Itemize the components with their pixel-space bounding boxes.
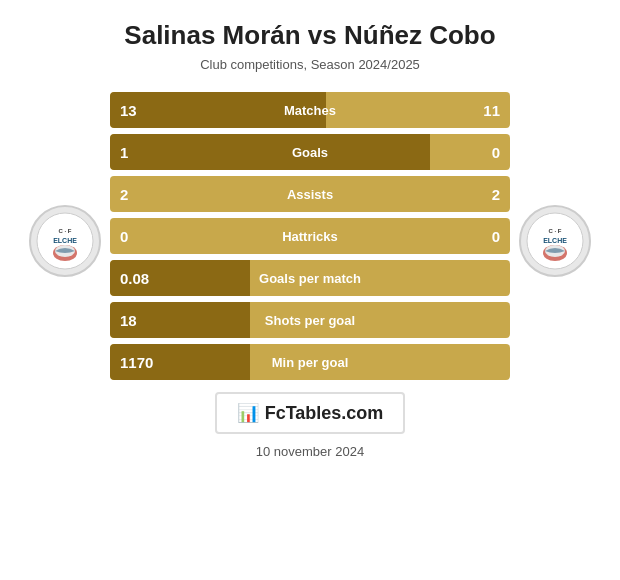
assists-label: Assists: [160, 187, 460, 202]
hattricks-right: 0: [460, 228, 510, 245]
svg-text:ELCHE: ELCHE: [53, 237, 77, 244]
date-text: 10 november 2024: [256, 444, 364, 459]
stat-row-goals-per-match: 0.08 Goals per match: [110, 260, 510, 296]
assists-left: 2: [110, 186, 160, 203]
stat-row-matches: 13 Matches 11: [110, 92, 510, 128]
goals-label: Goals: [160, 145, 460, 160]
stat-row-assists: 2 Assists 2: [110, 176, 510, 212]
stat-row-goals: 1 Goals 0: [110, 134, 510, 170]
page-title: Salinas Morán vs Núñez Cobo: [124, 20, 495, 51]
matches-label: Matches: [160, 103, 460, 118]
min-per-goal-value: 1170: [110, 354, 160, 371]
goals-per-match-label: Goals per match: [160, 271, 460, 286]
matches-left: 13: [110, 102, 160, 119]
svg-text:ELCHE: ELCHE: [543, 237, 567, 244]
left-team-badge: C · F ELCHE: [29, 205, 101, 277]
shots-per-goal-label: Shots per goal: [160, 313, 460, 328]
hattricks-left: 0: [110, 228, 160, 245]
svg-text:C · F: C · F: [549, 228, 562, 234]
assists-right: 2: [460, 186, 510, 203]
watermark-text: FcTables.com: [265, 403, 384, 424]
subtitle: Club competitions, Season 2024/2025: [200, 57, 420, 72]
right-team-badge: C · F ELCHE: [519, 205, 591, 277]
hattricks-label: Hattricks: [160, 229, 460, 244]
goals-right: 0: [460, 144, 510, 161]
matches-right: 11: [460, 102, 510, 119]
goals-left: 1: [110, 144, 160, 161]
goals-per-match-value: 0.08: [110, 270, 160, 287]
watermark: 📊 FcTables.com: [215, 392, 406, 434]
comparison-area: C · F ELCHE 13 Matches 11 1 Goals: [20, 92, 600, 380]
watermark-icon: 📊: [237, 402, 259, 424]
svg-text:C · F: C · F: [59, 228, 72, 234]
stat-row-hattricks: 0 Hattricks 0: [110, 218, 510, 254]
right-logo: C · F ELCHE: [510, 195, 600, 277]
stat-row-min-per-goal: 1170 Min per goal: [110, 344, 510, 380]
shots-per-goal-value: 18: [110, 312, 160, 329]
left-logo: C · F ELCHE: [20, 195, 110, 277]
stats-container: 13 Matches 11 1 Goals 0 2 Assists 2: [110, 92, 510, 380]
stat-row-shots-per-goal: 18 Shots per goal: [110, 302, 510, 338]
min-per-goal-label: Min per goal: [160, 355, 460, 370]
